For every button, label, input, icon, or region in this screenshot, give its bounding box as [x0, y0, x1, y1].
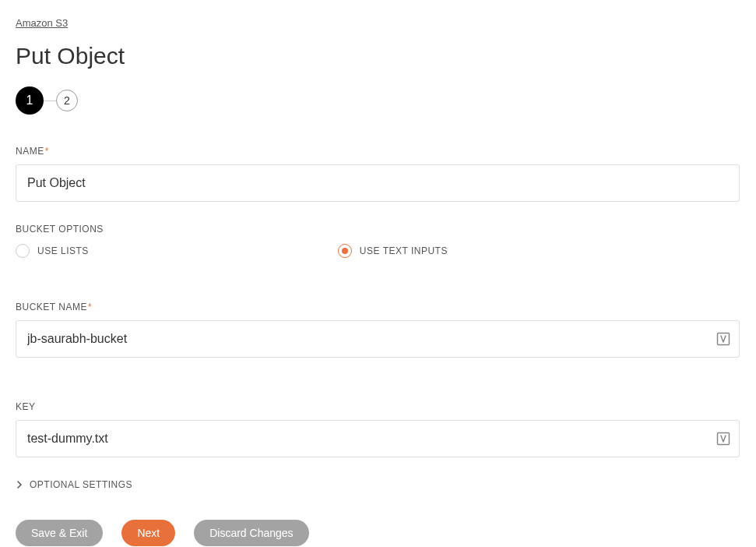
bucket-name-label-text: BUCKET NAME [16, 302, 87, 312]
step-1[interactable]: 1 [16, 86, 44, 115]
variable-icon[interactable] [716, 432, 730, 446]
discard-changes-button[interactable]: Discard Changes [194, 520, 308, 546]
radio-use-lists[interactable]: USE LISTS [16, 244, 89, 258]
bucket-options-radio-group: USE LISTS USE TEXT INPUTS [16, 244, 740, 258]
page-title: Put Object [16, 43, 740, 69]
name-input[interactable] [16, 164, 740, 202]
optional-settings-label: OPTIONAL SETTINGS [30, 479, 132, 490]
radio-use-text-label: USE TEXT INPUTS [360, 245, 448, 256]
bucket-name-label: BUCKET NAME* [16, 302, 740, 312]
bucket-options-label: BUCKET OPTIONS [16, 224, 740, 235]
required-star-icon: * [88, 302, 92, 312]
breadcrumb-link[interactable]: Amazon S3 [16, 17, 68, 29]
chevron-right-icon [16, 481, 23, 489]
key-input[interactable] [16, 420, 740, 457]
radio-circle-selected-icon [338, 244, 352, 258]
name-label-text: NAME [16, 146, 44, 157]
radio-circle-icon [16, 244, 30, 258]
name-label: NAME* [16, 146, 740, 157]
svg-rect-1 [718, 433, 730, 445]
name-field-group: NAME* [16, 146, 740, 202]
save-exit-button[interactable]: Save & Exit [16, 520, 103, 546]
step-2[interactable]: 2 [56, 90, 78, 111]
radio-use-text-inputs[interactable]: USE TEXT INPUTS [338, 244, 448, 258]
variable-icon[interactable] [716, 332, 730, 346]
stepper: 1 2 [16, 86, 740, 115]
bucket-name-field-group: BUCKET NAME* [16, 302, 740, 358]
bucket-name-input[interactable] [16, 320, 740, 358]
bucket-options-group: BUCKET OPTIONS USE LISTS USE TEXT INPUTS [16, 224, 740, 258]
button-row: Save & Exit Next Discard Changes [16, 520, 740, 546]
svg-rect-0 [718, 333, 730, 345]
radio-dot-icon [342, 248, 348, 254]
key-field-group: KEY [16, 401, 740, 457]
next-button[interactable]: Next [121, 520, 175, 546]
key-label: KEY [16, 401, 740, 412]
radio-use-lists-label: USE LISTS [37, 245, 89, 256]
required-star-icon: * [45, 146, 49, 157]
step-connector [44, 101, 56, 101]
optional-settings-toggle[interactable]: OPTIONAL SETTINGS [16, 479, 740, 490]
